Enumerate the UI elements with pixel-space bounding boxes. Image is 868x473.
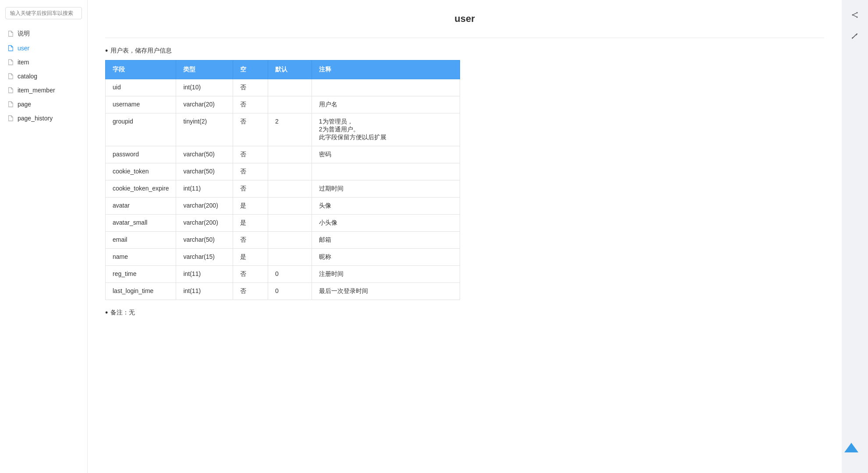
svg-line-5 xyxy=(856,35,857,35)
cell-comment: 小头像 xyxy=(312,215,460,232)
table-row: last_login_timeint(11)否0最后一次登录时间 xyxy=(106,283,460,300)
share-button[interactable] xyxy=(849,9,861,21)
doc-icon xyxy=(7,101,14,108)
cell-comment: 用户名 xyxy=(312,96,460,113)
svg-point-2 xyxy=(857,17,858,18)
table-row: namevarchar(15)是昵称 xyxy=(106,249,460,266)
sidebar-item-item_member[interactable]: item_member xyxy=(0,83,87,97)
cell-field: reg_time xyxy=(106,266,176,283)
scroll-top-button[interactable] xyxy=(843,440,859,455)
description-text: 用户表，储存用户信息 xyxy=(110,47,172,55)
cell-comment: 邮箱 xyxy=(312,232,460,249)
sidebar-item-shuo-ming[interactable]: 说明 xyxy=(0,26,87,41)
cell-default xyxy=(268,198,312,215)
data-table: 字段 类型 空 默认 注释 uidint(10)否usernamevarchar… xyxy=(105,60,460,300)
cell-comment xyxy=(312,79,460,96)
cell-default xyxy=(268,232,312,249)
doc-icon xyxy=(7,87,14,94)
cell-field: username xyxy=(106,96,176,113)
doc-icon xyxy=(7,45,14,52)
cell-nullable: 否 xyxy=(233,283,268,300)
edit-button[interactable] xyxy=(849,30,861,42)
col-header-default: 默认 xyxy=(268,60,312,79)
cell-field: avatar xyxy=(106,198,176,215)
divider xyxy=(105,38,824,38)
cell-default: 2 xyxy=(268,113,312,146)
cell-type: int(11) xyxy=(176,180,233,198)
cell-type: tinyint(2) xyxy=(176,113,233,146)
cell-nullable: 否 xyxy=(233,146,268,163)
sidebar-item-user[interactable]: user xyxy=(0,41,87,55)
table-header-row: 字段 类型 空 默认 注释 xyxy=(106,60,460,79)
sidebar: 说明 user item catalog item_member page pa… xyxy=(0,0,88,473)
cell-comment: 昵称 xyxy=(312,249,460,266)
cell-nullable: 否 xyxy=(233,96,268,113)
cell-type: varchar(50) xyxy=(176,163,233,180)
svg-point-0 xyxy=(857,12,858,14)
cell-field: cookie_token xyxy=(106,163,176,180)
cell-default xyxy=(268,79,312,96)
cell-default: 0 xyxy=(268,266,312,283)
svg-line-4 xyxy=(853,15,856,17)
sidebar-item-catalog[interactable]: catalog xyxy=(0,69,87,83)
doc-icon xyxy=(7,59,14,66)
table-row: passwordvarchar(50)否密码 xyxy=(106,146,460,163)
sidebar-item-label: page xyxy=(18,101,31,108)
cell-comment: 1为管理员，2为普通用户。此字段保留方便以后扩展 xyxy=(312,113,460,146)
cell-type: int(10) xyxy=(176,79,233,96)
search-input[interactable] xyxy=(5,7,82,19)
cell-field: name xyxy=(106,249,176,266)
cell-type: varchar(200) xyxy=(176,198,233,215)
cell-default xyxy=(268,180,312,198)
table-row: groupidtinyint(2)否21为管理员，2为普通用户。此字段保留方便以… xyxy=(106,113,460,146)
doc-icon xyxy=(7,73,14,80)
doc-icon xyxy=(7,30,14,37)
right-toolbar: + ▲ xyxy=(842,0,868,473)
cell-comment: 密码 xyxy=(312,146,460,163)
cell-nullable: 否 xyxy=(233,163,268,180)
sidebar-item-item[interactable]: item xyxy=(0,55,87,69)
cell-field: avatar_small xyxy=(106,215,176,232)
cell-type: varchar(50) xyxy=(176,146,233,163)
scroll-top-icon xyxy=(844,443,858,452)
cell-default xyxy=(268,146,312,163)
table-row: emailvarchar(50)否邮箱 xyxy=(106,232,460,249)
svg-point-1 xyxy=(852,14,854,16)
table-row: uidint(10)否 xyxy=(106,79,460,96)
cell-default: 0 xyxy=(268,283,312,300)
sidebar-item-page_history[interactable]: page_history xyxy=(0,111,87,125)
cell-field: password xyxy=(106,146,176,163)
col-header-null: 空 xyxy=(233,60,268,79)
note-bullet-icon: • xyxy=(105,309,108,317)
cell-nullable: 否 xyxy=(233,79,268,96)
cell-field: email xyxy=(106,232,176,249)
sidebar-item-page[interactable]: page xyxy=(0,97,87,111)
cell-nullable: 是 xyxy=(233,249,268,266)
cell-comment: 头像 xyxy=(312,198,460,215)
cell-field: last_login_time xyxy=(106,283,176,300)
description: • 用户表，储存用户信息 xyxy=(105,47,824,55)
cell-type: varchar(50) xyxy=(176,232,233,249)
cell-type: varchar(15) xyxy=(176,249,233,266)
sidebar-item-label: item xyxy=(18,59,29,66)
cell-comment: 过期时间 xyxy=(312,180,460,198)
cell-default xyxy=(268,163,312,180)
cell-default xyxy=(268,215,312,232)
sidebar-item-label: item_member xyxy=(18,87,55,94)
cell-field: groupid xyxy=(106,113,176,146)
table-row: avatar_smallvarchar(200)是小头像 xyxy=(106,215,460,232)
cell-comment xyxy=(312,163,460,180)
cell-nullable: 否 xyxy=(233,266,268,283)
cell-comment: 最后一次登录时间 xyxy=(312,283,460,300)
cell-nullable: 否 xyxy=(233,232,268,249)
table-row: usernamevarchar(20)否用户名 xyxy=(106,96,460,113)
search-box[interactable] xyxy=(5,7,82,19)
sidebar-item-label: page_history xyxy=(18,115,53,122)
cell-default xyxy=(268,249,312,266)
cell-nullable: 否 xyxy=(233,113,268,146)
svg-line-3 xyxy=(853,13,856,15)
sidebar-item-label: 说明 xyxy=(18,30,30,38)
col-header-comment: 注释 xyxy=(312,60,460,79)
table-row: reg_timeint(11)否0注册时间 xyxy=(106,266,460,283)
note: • 备注：无 xyxy=(105,309,824,317)
